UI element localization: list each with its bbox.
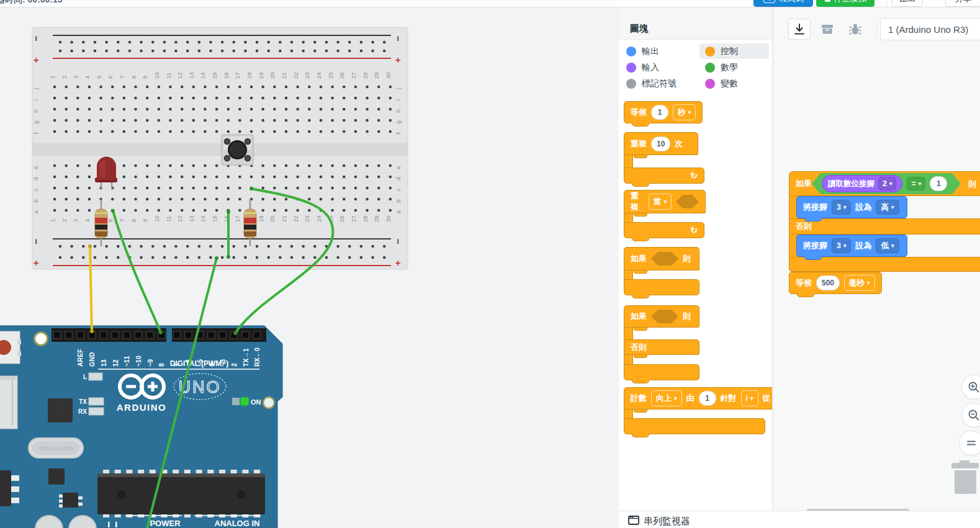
code-button[interactable]: </>程式碼: [753, 0, 813, 7]
mounting-hole: [35, 333, 48, 346]
condition-comparison[interactable]: 讀取數位接腳 2▾ =▾ 1: [812, 173, 961, 194]
pin-label: GND: [88, 352, 96, 367]
column-number: 15: [211, 215, 218, 222]
chip: [48, 468, 65, 485]
share-button[interactable]: 分享: [945, 0, 980, 7]
category-math[interactable]: 數學: [705, 60, 738, 75]
palette-block-wait[interactable]: 等候 1 秒▾: [624, 101, 703, 123]
number-input[interactable]: 10: [651, 136, 670, 151]
pin-label: 13: [100, 359, 107, 367]
archive-button[interactable]: [816, 19, 838, 40]
on-led: [241, 398, 248, 405]
column-number: 9: [142, 219, 148, 222]
script-set-pin-high[interactable]: 將接腳 3▾ 設為 高▾: [796, 196, 907, 218]
category-control[interactable]: 控制: [705, 44, 738, 59]
trash-button[interactable]: [951, 457, 980, 496]
pin-label: 2: [230, 363, 238, 367]
column-number: 18: [246, 72, 253, 79]
pin-label: 8: [158, 363, 165, 367]
zoom-out-icon: [967, 408, 980, 422]
condition-slot[interactable]: [676, 195, 699, 208]
row-letter: f: [32, 132, 39, 134]
zoom-in-button[interactable]: [961, 375, 980, 400]
pin-dropdown[interactable]: 3▾: [832, 200, 851, 215]
circuit-canvas[interactable]: 1122334455667788991010111112121313141415…: [0, 0, 619, 528]
level-dropdown[interactable]: 高▾: [876, 200, 899, 215]
arduino-uno-board[interactable]: AREFGND1312~11~10~987~6~54~32TX→1RX←0 DI…: [0, 326, 282, 528]
number-input[interactable]: 1: [651, 105, 668, 120]
column-number: 3: [72, 76, 79, 79]
breadboard-channel: [32, 144, 408, 155]
rail-sign: +: [30, 57, 41, 63]
column-number: 29: [373, 72, 380, 79]
breadboard[interactable]: 1122334455667788991010111112121313141415…: [30, 27, 408, 269]
script-set-pin-low[interactable]: 將接腳 3▾ 設為 低▾: [796, 235, 907, 257]
column-number: 20: [269, 215, 276, 222]
palette-block-if[interactable]: 如果 則: [624, 247, 704, 304]
variable-dropdown[interactable]: i▾: [741, 390, 758, 406]
category-output[interactable]: 輸出: [626, 44, 659, 59]
palette-header: 圖塊: [619, 7, 772, 40]
category-variables[interactable]: 變數: [705, 76, 738, 91]
category-notation[interactable]: 標記符號: [626, 76, 677, 91]
chip: [48, 398, 73, 423]
column-number: 17: [234, 72, 241, 79]
row-letter: d: [32, 177, 39, 180]
script-wait-block[interactable]: 等候 500 毫秒▾: [789, 272, 882, 294]
column-number: 24: [315, 215, 322, 222]
zoom-out-button[interactable]: [961, 403, 980, 427]
pin-dropdown[interactable]: 2▾: [878, 177, 896, 190]
category-input[interactable]: 輸入: [626, 60, 659, 75]
column-number: 19: [258, 72, 264, 79]
output-category-icon: [626, 47, 636, 56]
reset-button[interactable]: [0, 331, 21, 364]
rail-sign: +: [392, 260, 403, 266]
palette-block-repeat[interactable]: 重複 10 次 ↻: [624, 132, 711, 188]
palette-title: 圖塊: [630, 23, 649, 35]
fit-view-icon: [964, 436, 978, 450]
while-dropdown[interactable]: 當▾: [649, 194, 672, 210]
read-digital-pin-reporter[interactable]: 讀取數位接腳 2▾: [822, 175, 902, 192]
pushbutton[interactable]: [222, 135, 253, 165]
number-input[interactable]: 1: [699, 391, 716, 406]
column-number: 25: [327, 72, 334, 79]
operator-dropdown[interactable]: =▾: [907, 177, 925, 190]
board-selector[interactable]: 1 (Arduino Uno R3): [880, 18, 980, 40]
column-number: 1: [49, 219, 56, 222]
row-letter: h: [395, 109, 402, 112]
mounting-hole: [263, 397, 274, 408]
row-letter: c: [32, 188, 39, 191]
analog-in-label: ANALOG IN: [215, 519, 260, 528]
serial-monitor-bar[interactable]: 串列監視器: [619, 511, 980, 528]
code-workspace[interactable]: 1 (Arduino Uno R3) 如果 讀取數位接腳 2▾ =▾ 1 則 否…: [773, 7, 980, 511]
palette-block-if-else[interactable]: 如果 則 否則: [624, 305, 704, 389]
export-button[interactable]: 匯出: [892, 0, 923, 7]
column-number: 19: [258, 215, 264, 222]
download-code-button[interactable]: [788, 19, 811, 40]
palette-block-repeat-while[interactable]: 重複 當▾ ↻: [624, 190, 711, 246]
column-number: 14: [199, 215, 206, 222]
row-letter: e: [32, 166, 39, 169]
palette-block-count[interactable]: 計數 向上▾ 由 1 針對 i▾ 從: [624, 387, 772, 443]
condition-slot[interactable]: [651, 252, 678, 266]
fit-view-button[interactable]: [959, 431, 980, 455]
pin-dropdown[interactable]: 3▾: [832, 238, 851, 253]
input-category-icon: [626, 63, 636, 73]
blocks-palette: 圖塊 輸出 控制 輸入 數學 標記符號 變數 等候 1 秒▾ 重複 10 次 ↻: [619, 7, 772, 511]
stop-simulation-button[interactable]: 停止模拟: [816, 0, 874, 7]
debug-button[interactable]: [844, 19, 866, 40]
unit-dropdown[interactable]: 毫秒▾: [844, 275, 875, 291]
number-input[interactable]: 500: [816, 275, 840, 290]
level-dropdown[interactable]: 低▾: [876, 238, 899, 253]
compare-value-input[interactable]: 1: [930, 176, 947, 191]
column-number: 13: [188, 72, 195, 79]
row-letter: j: [32, 88, 39, 90]
led-tx: [89, 398, 104, 405]
column-number: 27: [350, 215, 357, 222]
direction-dropdown[interactable]: 向上▾: [651, 390, 682, 406]
condition-slot[interactable]: [651, 310, 678, 323]
debug-icon: [848, 22, 862, 36]
rail-sign: +: [392, 57, 403, 63]
unit-dropdown[interactable]: 秒▾: [673, 104, 696, 120]
digital-pwm-label: DIGITAL (PWM~): [170, 359, 229, 368]
